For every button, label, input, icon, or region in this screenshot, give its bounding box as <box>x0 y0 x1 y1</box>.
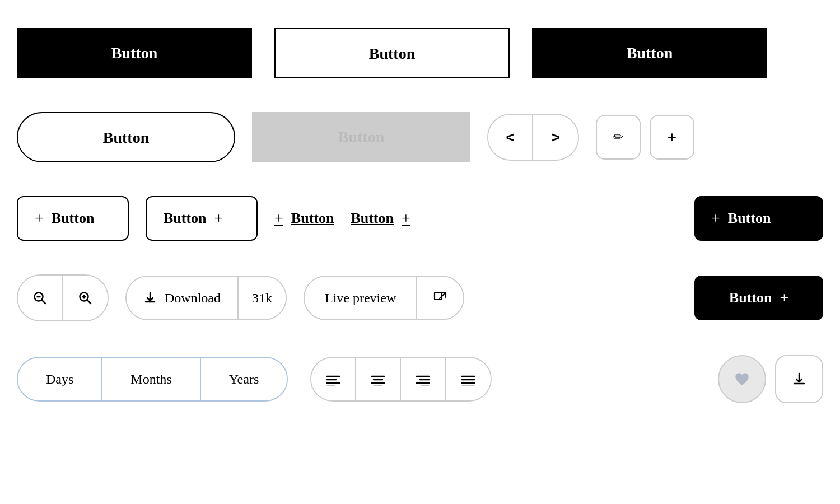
zoom-out-icon <box>32 291 47 305</box>
pencil-icon: ✏ <box>613 130 623 144</box>
chevron-left-button[interactable]: < <box>488 115 533 160</box>
plus-right-button-1[interactable]: Button + <box>146 196 258 241</box>
segment-years-label: Years <box>229 372 259 387</box>
plus-icon: + <box>214 209 223 227</box>
plus-icon: + <box>668 128 676 146</box>
live-preview-external-button[interactable] <box>417 277 463 319</box>
chevron-right-icon: > <box>551 129 559 146</box>
chevron-right-button[interactable]: > <box>533 115 578 160</box>
circle-icon-button-group <box>718 355 823 403</box>
alignment-button-group <box>310 357 492 402</box>
segment-days-label: Days <box>46 372 73 387</box>
zoom-out-button[interactable] <box>18 276 63 320</box>
align-justify-icon <box>461 374 475 386</box>
align-center-button[interactable] <box>356 358 401 402</box>
plus-icon: + <box>780 289 788 307</box>
download-count: 31k <box>252 291 272 306</box>
plus-icon: + <box>402 209 410 227</box>
svg-line-8 <box>440 292 446 298</box>
svg-line-2 <box>42 300 46 304</box>
plus-icon: + <box>711 209 720 227</box>
black-trailing-button[interactable]: Button + <box>694 276 823 320</box>
download-icon <box>143 291 157 305</box>
icon-button-group: ✏ + <box>596 115 694 160</box>
plus-icon: + <box>274 209 283 227</box>
segment-months-label: Months <box>130 372 171 387</box>
segmented-button-group: Days Months Years <box>17 357 288 402</box>
text-plus-left-button[interactable]: + Button <box>274 196 334 241</box>
external-link-icon <box>433 291 447 305</box>
align-justify-button[interactable] <box>446 358 491 402</box>
gray-disabled-button: Button <box>252 112 470 162</box>
align-right-button[interactable] <box>401 358 446 402</box>
zoom-button-group <box>17 274 109 321</box>
edit-icon-button[interactable]: ✏ <box>596 115 641 160</box>
segment-days-button[interactable]: Days <box>18 358 102 400</box>
button-label: Button <box>728 210 771 227</box>
segment-months-button[interactable]: Months <box>102 358 200 400</box>
plus-left-button-1[interactable]: + Button <box>17 196 129 241</box>
black-solid-button-1[interactable]: Button <box>17 28 252 78</box>
download-rounded-icon <box>792 372 806 386</box>
button-label: Button <box>164 210 207 227</box>
pill-outline-button[interactable]: Button <box>17 112 235 162</box>
live-preview-label: Live preview <box>325 291 396 306</box>
download-count-button[interactable]: 31k <box>239 277 286 319</box>
zoom-in-button[interactable] <box>63 276 108 320</box>
download-main-button[interactable]: Download <box>127 277 239 319</box>
black-plus-button-1[interactable]: + Button <box>694 196 823 241</box>
align-center-icon <box>371 374 385 386</box>
download-label: Download <box>165 291 221 306</box>
chevron-button-group: < > <box>487 114 579 161</box>
button-label: Button <box>291 210 334 227</box>
button-label: Button <box>729 290 772 306</box>
heart-button[interactable] <box>718 355 766 403</box>
button-label: Button <box>52 210 95 227</box>
live-preview-main-button[interactable]: Live preview <box>305 277 417 319</box>
white-outline-button-1[interactable]: Button <box>274 28 510 78</box>
plus-icon-button[interactable]: + <box>650 115 694 160</box>
chevron-left-icon: < <box>506 129 514 146</box>
text-plus-right-button[interactable]: Button + <box>351 196 410 241</box>
svg-line-6 <box>87 300 91 304</box>
live-preview-button-group: Live preview <box>304 276 464 320</box>
align-left-button[interactable] <box>311 358 356 402</box>
align-right-icon <box>416 374 430 386</box>
heart-icon <box>734 372 750 386</box>
plus-icon: + <box>35 209 44 227</box>
download-rounded-button[interactable] <box>775 355 823 403</box>
button-label: Button <box>351 210 394 227</box>
zoom-in-icon <box>78 291 92 305</box>
svg-rect-7 <box>435 292 442 300</box>
align-left-icon <box>326 374 340 386</box>
segment-years-button[interactable]: Years <box>201 358 287 400</box>
black-solid-button-2[interactable]: Button <box>532 28 767 78</box>
download-button-group: Download 31k <box>125 276 287 320</box>
